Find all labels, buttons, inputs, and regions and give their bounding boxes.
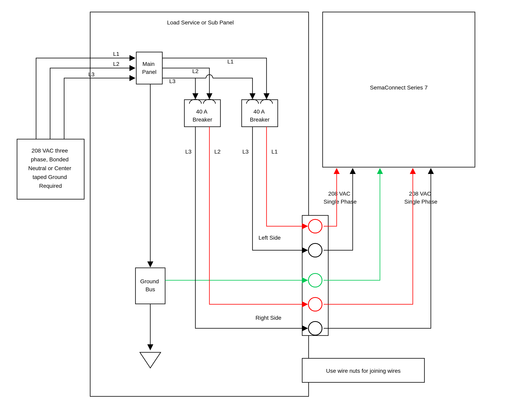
ground-bus-box [135, 268, 165, 304]
label-l1-in: L1 [113, 51, 119, 57]
wirenut-3 [308, 273, 322, 287]
label-br-l1: L1 [271, 149, 278, 155]
label-bl-l2: L2 [214, 149, 220, 155]
vac-left: 208 VAC Single Phase [324, 191, 356, 205]
label-l3-out: L3 [169, 78, 175, 84]
wirenut-5 [308, 322, 322, 335]
wirenut-2 [308, 243, 322, 257]
label-l2-out: L2 [192, 68, 198, 74]
right-side-label: Right Side [256, 315, 281, 321]
device-title: SemaConnect Series 7 [370, 84, 428, 91]
sub-panel-box [90, 12, 309, 396]
sub-panel-title: Load Service or Sub Panel [167, 19, 234, 26]
vac-right: 208 VAC Single Phase [404, 191, 437, 205]
wire-nuts-label: Use wire nuts for joining wires [326, 368, 401, 374]
wire-nut4-to-dev [324, 169, 413, 304]
label-bl-l3: L3 [185, 149, 191, 155]
left-side-label: Left Side [258, 235, 281, 241]
wirenut-1 [308, 219, 322, 233]
label-l3-in: L3 [88, 71, 94, 77]
wiring-diagram: Load Service or Sub Panel 208 VAC three … [0, 0, 511, 420]
wirenut-4 [308, 298, 322, 311]
main-panel-box [136, 52, 162, 84]
label-br-l3: L3 [242, 149, 248, 155]
wire-nut3-to-dev [324, 169, 380, 280]
label-l1-out: L1 [227, 59, 233, 65]
label-l2-in: L2 [113, 61, 119, 67]
